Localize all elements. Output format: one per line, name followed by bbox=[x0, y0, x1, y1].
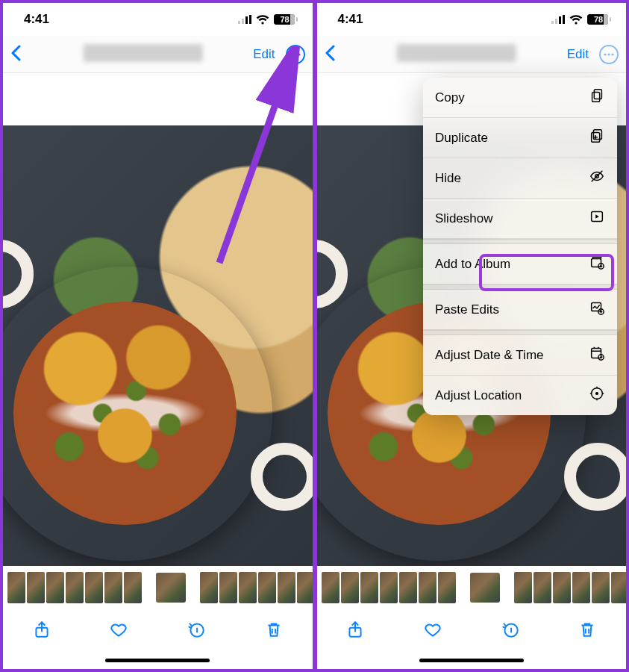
photo-viewer[interactable] bbox=[3, 125, 313, 566]
copy-icon bbox=[589, 87, 605, 108]
cellular-icon bbox=[238, 15, 251, 24]
home-indicator[interactable] bbox=[317, 651, 627, 669]
home-indicator[interactable] bbox=[3, 651, 313, 669]
menu-adjust-location[interactable]: Adjust Location bbox=[423, 376, 617, 415]
svg-rect-1 bbox=[242, 19, 244, 24]
svg-rect-2 bbox=[245, 16, 248, 24]
svg-rect-20 bbox=[592, 92, 600, 102]
svg-point-14 bbox=[604, 53, 606, 55]
edit-button[interactable]: Edit bbox=[253, 47, 275, 62]
thumbnail-selected[interactable] bbox=[155, 572, 187, 603]
bottom-toolbar bbox=[317, 609, 627, 651]
delete-button[interactable] bbox=[571, 620, 604, 642]
bottom-toolbar bbox=[3, 609, 313, 651]
svg-point-32 bbox=[596, 393, 598, 395]
menu-hide[interactable]: Hide bbox=[423, 158, 617, 199]
svg-point-4 bbox=[290, 53, 292, 55]
clock: 4:41 bbox=[24, 12, 49, 27]
battery-indicator: 78 bbox=[587, 14, 611, 25]
clock: 4:41 bbox=[338, 12, 363, 27]
menu-duplicate[interactable]: Duplicate bbox=[423, 118, 617, 158]
location-icon bbox=[589, 385, 605, 405]
menu-add-album[interactable]: Add to Album bbox=[423, 244, 617, 284]
svg-point-16 bbox=[611, 53, 613, 55]
svg-rect-12 bbox=[559, 16, 561, 24]
menu-label: Slideshow bbox=[435, 211, 493, 226]
share-button[interactable] bbox=[339, 620, 372, 642]
svg-rect-11 bbox=[555, 19, 557, 24]
menu-adjust-date[interactable]: Adjust Date & Time bbox=[423, 335, 617, 376]
hide-icon bbox=[589, 168, 605, 188]
info-button[interactable] bbox=[180, 620, 213, 642]
back-button[interactable] bbox=[10, 44, 33, 65]
nav-title bbox=[347, 44, 567, 65]
svg-rect-19 bbox=[594, 90, 601, 99]
svg-rect-0 bbox=[238, 21, 240, 24]
wifi-icon bbox=[256, 15, 269, 25]
phone-left: 4:41 78 Edit bbox=[3, 3, 313, 669]
duplicate-icon bbox=[589, 128, 605, 148]
edit-button[interactable]: Edit bbox=[567, 47, 589, 62]
wifi-icon bbox=[569, 15, 583, 25]
back-button[interactable] bbox=[325, 44, 347, 65]
svg-rect-10 bbox=[551, 21, 554, 24]
svg-rect-29 bbox=[592, 349, 601, 358]
delete-button[interactable] bbox=[257, 620, 290, 642]
more-button[interactable] bbox=[599, 45, 619, 64]
menu-label: Paste Edits bbox=[435, 302, 499, 317]
thumbnail-selected[interactable] bbox=[469, 572, 501, 603]
svg-rect-21 bbox=[593, 130, 601, 140]
menu-paste-edits[interactable]: Paste Edits bbox=[423, 290, 617, 330]
paste-edits-icon bbox=[589, 299, 605, 320]
svg-point-5 bbox=[294, 53, 296, 55]
battery-indicator: 78 bbox=[274, 14, 298, 25]
svg-point-6 bbox=[298, 53, 300, 55]
menu-label: Hide bbox=[435, 171, 461, 186]
menu-label: Copy bbox=[435, 90, 465, 105]
thumbnail-strip[interactable] bbox=[3, 566, 313, 609]
nav-bar: Edit bbox=[317, 36, 627, 73]
status-bar: 4:41 78 bbox=[317, 3, 627, 36]
favorite-button[interactable] bbox=[102, 620, 135, 642]
svg-rect-25 bbox=[592, 258, 601, 267]
menu-copy[interactable]: Copy bbox=[423, 78, 617, 118]
nav-title bbox=[33, 44, 253, 65]
nav-bar: Edit bbox=[3, 36, 313, 73]
svg-rect-3 bbox=[249, 15, 251, 24]
svg-point-15 bbox=[607, 53, 610, 55]
favorite-button[interactable] bbox=[416, 620, 449, 642]
menu-slideshow[interactable]: Slideshow bbox=[423, 199, 617, 239]
status-bar: 4:41 78 bbox=[3, 3, 313, 36]
menu-label: Adjust Location bbox=[435, 388, 522, 403]
album-icon bbox=[589, 254, 605, 274]
menu-label: Add to Album bbox=[435, 257, 510, 272]
thumbnail-strip[interactable] bbox=[317, 566, 627, 609]
svg-rect-13 bbox=[563, 15, 565, 24]
share-button[interactable] bbox=[25, 620, 58, 642]
cellular-icon bbox=[551, 15, 565, 24]
menu-label: Adjust Date & Time bbox=[435, 348, 544, 363]
context-menu: Copy Duplicate Hide Slideshow Add to Alb… bbox=[423, 78, 617, 415]
calendar-icon bbox=[589, 345, 605, 365]
phone-right: 4:41 78 Edit bbox=[317, 3, 627, 669]
slideshow-icon bbox=[589, 208, 605, 228]
menu-label: Duplicate bbox=[435, 131, 488, 146]
info-button[interactable] bbox=[494, 620, 527, 642]
more-button[interactable] bbox=[286, 45, 305, 64]
